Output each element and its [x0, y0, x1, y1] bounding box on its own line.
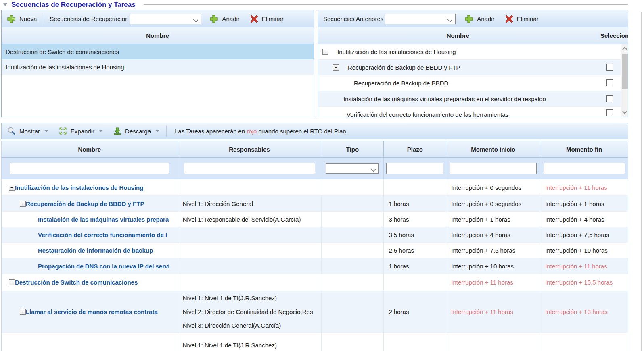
momento-fin-value: Interrupción + 1 horas — [545, 200, 604, 207]
task-row[interactable]: Verificación del correcto funcionamiento… — [2, 227, 628, 242]
vertical-scrollbar[interactable] — [621, 44, 628, 117]
task-row[interactable]: Propagación de DNS con la nueva IP del s… — [2, 258, 628, 274]
filter-tipo-select[interactable] — [326, 163, 379, 174]
collapse-icon[interactable]: − — [9, 279, 15, 285]
select-checkbox[interactable] — [606, 109, 613, 116]
expandir-button[interactable]: Expandir — [59, 127, 103, 135]
download-icon — [113, 127, 121, 135]
filter-nombre-input[interactable] — [10, 163, 169, 174]
dropdown-arrow-icon — [99, 130, 103, 132]
recovery-sequences-panel: Nueva Secuencias de Recuperación Añadir … — [1, 10, 314, 117]
tree-item-name: Inutilización de las instalaciones de Ho… — [337, 48, 456, 55]
select-checkbox[interactable] — [606, 95, 613, 102]
sequence-name: Destrucción de Switch de comunicaciones — [6, 48, 119, 55]
momento-fin-value: Interrupción + 10 horas — [545, 247, 608, 254]
expand-icon[interactable]: + — [20, 309, 26, 315]
task-row[interactable]: − Inutilización de las instalaciones de … — [2, 179, 628, 195]
plazo-value: 1 horas — [389, 263, 409, 270]
tasks-table-header: Nombre Responsables Tipo Plazo Momento i… — [2, 141, 628, 158]
task-row[interactable]: Instalación de las máquinas virtuales pr… — [2, 211, 628, 227]
filter-momento-inicio-input[interactable] — [450, 163, 537, 174]
outer-border — [641, 12, 642, 351]
section-collapse-icon[interactable] — [3, 3, 7, 6]
add-previous-button[interactable]: Añadir — [464, 15, 494, 23]
expand-icon[interactable]: + — [20, 201, 26, 207]
add-sequence-label: Añadir — [222, 15, 239, 22]
scroll-down-button[interactable] — [621, 108, 628, 117]
collapse-icon[interactable]: − — [322, 49, 328, 55]
tree-item-name: Recuperación de Backup de BBDD — [354, 80, 448, 87]
new-sequence-button[interactable]: Nueva — [7, 15, 37, 23]
descarga-button[interactable]: Descarga — [113, 127, 159, 135]
momento-inicio-value: Interrupción + 11 horas — [451, 279, 513, 286]
select-checkbox[interactable] — [606, 64, 613, 71]
task-row[interactable]: Restauración de información de backup 2.… — [2, 242, 628, 258]
chevron-down-icon — [447, 17, 453, 22]
expand-arrows-icon — [59, 127, 67, 135]
momento-inicio-value: Interrupción + 0 segundos — [451, 200, 521, 207]
tasks-toolbar: Mostrar Expandir Descarga — [1, 123, 628, 139]
recovery-sequences-toolbar: Nueva Secuencias de Recuperación Añadir … — [2, 10, 314, 27]
task-row[interactable]: − Destrucción de Switch de comunicacione… — [2, 274, 628, 291]
recovery-sequences-select[interactable] — [130, 14, 201, 24]
tree-item-name: Recuperación de Backup de BBDD y FTP — [348, 64, 460, 71]
tree-row[interactable]: − Inutilización de las instalaciones de … — [318, 44, 628, 59]
add-sequence-button[interactable]: Añadir — [209, 15, 239, 23]
sequence-row[interactable]: Destrucción de Switch de comunicaciones — [2, 44, 314, 59]
momento-fin-value: Interrupción + 7,5 horas — [545, 231, 609, 238]
collapse-icon[interactable]: − — [333, 64, 339, 71]
momento-inicio-value: Interrupción + 1 horas — [451, 216, 510, 223]
task-row[interactable]: + Recuperación de Backup de BBDD y FTP N… — [2, 195, 628, 211]
column-header-tipo: Tipo — [321, 141, 384, 157]
responsable-value: Nivel 2: Director de Continuidad de Nego… — [183, 305, 321, 319]
task-name: Inutilización de las instalaciones de Ho… — [15, 184, 143, 191]
collapse-icon[interactable]: − — [9, 185, 15, 191]
scroll-up-icon — [622, 47, 627, 52]
tree-row[interactable]: Instalación de las máquinas virtuales pr… — [318, 91, 628, 106]
momento-inicio-value: Interrupción + 0 segundos — [451, 184, 521, 191]
task-row[interactable]: Nivel 1: Nivel 1 de TI(J.R.Sanchez) — [2, 332, 628, 351]
descarga-label: Descarga — [125, 128, 151, 135]
rto-message-after: cuando superen el RTO del Plan. — [257, 128, 347, 135]
momento-fin-value: Interrupción + 4 horas — [545, 216, 604, 223]
previous-sequences-panel: Secuencias Anteriores Añadir Eliminar No… — [318, 10, 628, 117]
dropdown-arrow-icon — [44, 130, 48, 132]
scrollbar-thumb[interactable] — [622, 54, 628, 89]
filter-responsables-input[interactable] — [184, 163, 315, 174]
tree-row[interactable]: Verificación del correcto funcionamiento… — [318, 106, 628, 117]
select-checkbox[interactable] — [606, 79, 613, 86]
section-title-row: Secuencias de Recuperación y Tareas — [3, 1, 136, 9]
tree-row[interactable]: − Recuperación de Backup de BBDD y FTP — [318, 59, 628, 75]
app-window: Secuencias de Recuperación y Tareas Nuev… — [0, 0, 644, 351]
plus-icon — [7, 15, 16, 23]
responsable-value: Nivel 3: Dirección General(A.García) — [183, 319, 321, 332]
tasks-filter-row — [2, 158, 628, 179]
momento-fin-value: Interrupción + 13 horas — [545, 308, 608, 315]
page-title: Secuencias de Recuperación y Tareas — [11, 1, 136, 9]
previous-sequences-select[interactable] — [385, 14, 456, 24]
task-name: Verificación del correcto funcionamiento… — [38, 231, 167, 238]
delete-previous-button[interactable]: Eliminar — [505, 15, 539, 23]
plazo-value: 3 horas — [389, 216, 409, 223]
chevron-down-icon — [371, 166, 376, 172]
filter-plazo-input[interactable] — [386, 163, 443, 174]
scroll-up-button[interactable] — [621, 44, 628, 53]
task-name: Llamar al servicio de manos remotas cont… — [26, 308, 158, 315]
sequence-row[interactable]: Inutilización de las instalaciones de Ho… — [2, 59, 314, 75]
scroll-down-icon — [622, 109, 627, 114]
task-row[interactable]: + Llamar al servicio de manos remotas co… — [2, 291, 628, 332]
tree-item-name: Verificación del correcto funcionamiento… — [347, 111, 508, 117]
tree-row[interactable]: Recuperación de Backup de BBDD — [318, 75, 628, 91]
momento-inicio-value: Interrupción + 10 horas — [451, 263, 514, 270]
delete-previous-label: Eliminar — [517, 15, 539, 22]
delete-x-icon — [250, 15, 258, 23]
responsable-value: Nivel 1: Dirección General — [183, 200, 253, 207]
rto-message-before: Las Tareas aparecerán en — [175, 128, 247, 135]
expandir-label: Expandir — [71, 128, 94, 135]
toolbar-separator — [44, 13, 44, 25]
delete-sequence-button[interactable]: Eliminar — [250, 15, 284, 23]
right-header-seleccion: Seleccionar — [598, 32, 628, 39]
filter-momento-fin-input[interactable] — [544, 163, 625, 174]
mostrar-button[interactable]: Mostrar — [7, 127, 48, 135]
column-header-nombre: Nombre — [2, 141, 178, 157]
